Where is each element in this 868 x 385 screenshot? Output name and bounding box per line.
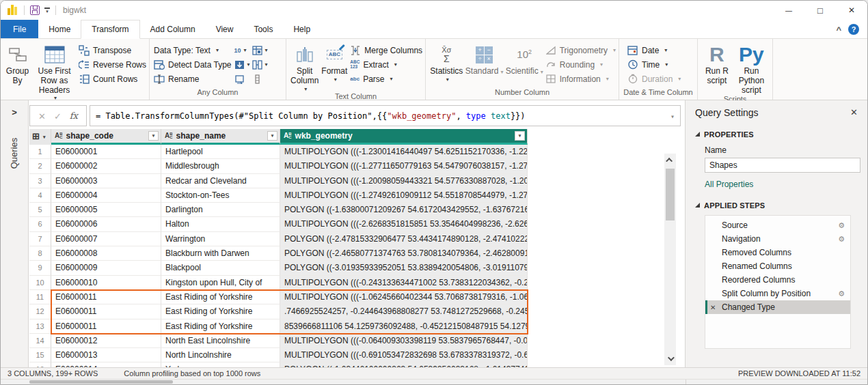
table-row[interactable]: 3 E06000003 Redcar and Cleveland MULTIPO… xyxy=(29,174,528,188)
applied-step[interactable]: Source xyxy=(705,218,850,232)
information-button[interactable]: Information xyxy=(546,72,616,86)
cell-wkb-geometry[interactable]: POLYGON ((-3.01935933952051 53.838942005… xyxy=(280,261,528,275)
run-r-script-button[interactable]: R Run R script xyxy=(703,42,731,86)
cell-shape-code[interactable]: E06000001 xyxy=(51,145,161,159)
data-type-button[interactable]: Data Type: Text xyxy=(154,43,232,57)
unpivot-columns-button[interactable] xyxy=(252,57,270,72)
detect-data-type-button[interactable]: Detect Data Type xyxy=(154,57,232,72)
cell-shape-code[interactable]: E06000002 xyxy=(51,159,161,173)
filter-dropdown-icon[interactable] xyxy=(267,131,277,141)
format-button[interactable]: ABC Format xyxy=(321,42,347,83)
cell-shape-code[interactable]: E06000007 xyxy=(51,232,161,246)
replace-values-button[interactable]: 10 xyxy=(234,43,252,57)
cell-shape-name[interactable]: Warrington xyxy=(161,232,280,246)
applied-step[interactable]: Changed Type xyxy=(705,300,850,314)
cell-shape-name[interactable]: Hartlepool xyxy=(161,145,280,159)
commit-formula-icon[interactable] xyxy=(54,110,62,122)
statistics-button[interactable]: X̄σΣ Statistics xyxy=(430,42,463,83)
scroll-down-icon[interactable] xyxy=(664,354,676,364)
applied-step[interactable]: Renamed Columns xyxy=(705,259,850,273)
split-column-button[interactable]: Split Column xyxy=(290,42,318,92)
cell-shape-name[interactable]: East Riding of Yorkshire xyxy=(161,319,280,334)
applied-step[interactable]: Removed Columns xyxy=(705,246,850,259)
minimize-button[interactable] xyxy=(773,1,804,20)
applied-step[interactable]: Navigation xyxy=(705,232,850,246)
move-button[interactable] xyxy=(234,72,252,86)
date-button[interactable]: Date xyxy=(627,43,681,57)
cell-shape-name[interactable]: North Lincolnshire xyxy=(161,348,280,362)
cell-shape-code[interactable]: E06000009 xyxy=(51,261,161,275)
cell-shape-name[interactable]: Darlington xyxy=(161,203,280,217)
column-header-shape-code[interactable]: ABC shape_code xyxy=(51,129,161,145)
cell-wkb-geometry[interactable]: POLYGON ((-1.03446100000363 54.053935603… xyxy=(280,362,528,367)
gear-icon[interactable] xyxy=(838,220,845,230)
count-rows-button[interactable]: Count Rows xyxy=(79,72,146,86)
parse-button[interactable]: abc Parse xyxy=(350,72,422,86)
ribbon-tab[interactable]: Home xyxy=(38,20,81,38)
cell-wkb-geometry[interactable]: MULTIPOLYGON (((-2.6268351815851 53.3546… xyxy=(280,217,528,231)
scroll-up-icon[interactable] xyxy=(664,155,676,165)
horizontal-scrollbar[interactable] xyxy=(1,379,867,384)
cell-wkb-geometry[interactable]: MULTIPOLYGON (((-0.064009303398119 53.58… xyxy=(280,334,528,348)
scientific-button[interactable]: 102 Scientific xyxy=(506,42,543,76)
cell-shape-code[interactable]: E06000003 xyxy=(51,174,161,188)
column-header-wkb-geometry[interactable]: ABC wkb_geometry xyxy=(280,129,528,145)
time-button[interactable]: Time xyxy=(627,57,681,72)
all-properties-link[interactable]: All Properties xyxy=(705,180,859,189)
cell-shape-code[interactable]: E06000006 xyxy=(51,217,161,231)
vertical-scrollbar[interactable] xyxy=(664,154,676,365)
scrollbar-thumb[interactable] xyxy=(666,169,675,220)
expand-formula-bar-icon[interactable] xyxy=(670,111,675,121)
table-row[interactable]: 1 E06000001 Hartlepool MULTIPOLYGON (((-… xyxy=(29,145,528,159)
cell-shape-code[interactable]: E06000010 xyxy=(51,276,161,290)
cancel-formula-icon[interactable] xyxy=(38,110,46,122)
table-row[interactable]: 2 E06000002 Middlesbrough MULTIPOLYGON (… xyxy=(29,159,528,173)
cell-shape-name[interactable]: Blackburn with Darwen xyxy=(161,246,280,261)
ribbon-tab[interactable]: File xyxy=(1,20,38,38)
applied-step[interactable]: Reordered Columns xyxy=(705,273,850,287)
applied-step[interactable]: Split Column by Position xyxy=(705,287,850,300)
ribbon-tab[interactable]: Transform xyxy=(81,20,139,39)
cell-shape-name[interactable]: Kingston upon Hull, City of xyxy=(161,276,280,290)
table-row[interactable]: 16 E06000014 York POLYGON ((-1.034461000… xyxy=(29,362,528,367)
duration-button[interactable]: Duration xyxy=(627,72,681,86)
standard-button[interactable]: +−÷× Standard xyxy=(466,42,503,76)
cell-shape-name[interactable]: Stockton-on-Tees xyxy=(161,188,280,203)
fill-button[interactable] xyxy=(234,57,252,72)
run-python-script-button[interactable]: Py Run Python script xyxy=(733,42,770,95)
cell-shape-name[interactable]: York xyxy=(161,362,280,367)
table-row[interactable]: 4 E06000004 Stockton-on-Tees MULTIPOLYGO… xyxy=(29,188,528,203)
ribbon-tab[interactable]: View xyxy=(206,20,244,38)
trigonometry-button[interactable]: Trigonometry xyxy=(546,43,616,57)
cell-shape-name[interactable]: Redcar and Cleveland xyxy=(161,174,280,188)
cell-shape-code[interactable]: E06000013 xyxy=(51,348,161,362)
cell-shape-code[interactable]: E06000008 xyxy=(51,246,161,261)
pivot-column-button[interactable] xyxy=(252,43,270,57)
filter-dropdown-icon[interactable] xyxy=(148,131,159,141)
filter-dropdown-icon[interactable] xyxy=(515,131,525,141)
cell-wkb-geometry[interactable]: .7466925524257, -0.244643968808277 53.74… xyxy=(280,304,528,319)
quick-access-toolbar-caret-icon[interactable] xyxy=(44,8,50,12)
column-header-shape-name[interactable]: ABC shape_name xyxy=(161,129,280,145)
table-row[interactable]: 12 E06000011 East Riding of Yorkshire .7… xyxy=(29,304,528,319)
ribbon-tab[interactable]: Help xyxy=(283,20,321,38)
cell-shape-code[interactable]: E06000011 xyxy=(51,304,161,319)
table-row[interactable]: 13 E06000011 East Riding of Yorkshire 85… xyxy=(29,319,528,334)
delete-step-icon[interactable] xyxy=(710,302,716,312)
cell-wkb-geometry[interactable]: MULTIPOLYGON (((-0.243133634471002 53.73… xyxy=(280,276,528,290)
scrollbar-thumb[interactable] xyxy=(29,380,173,384)
table-row[interactable]: 5 E06000005 Darlington POLYGON ((-1.6380… xyxy=(29,203,528,217)
cell-shape-code[interactable]: E06000012 xyxy=(51,334,161,348)
save-icon[interactable] xyxy=(30,5,40,15)
cell-wkb-geometry[interactable]: MULTIPOLYGON (((-1.06245660402344 53.706… xyxy=(280,290,528,304)
reverse-rows-button[interactable]: Reverse Rows xyxy=(79,57,146,72)
cell-shape-name[interactable]: Blackpool xyxy=(161,261,280,275)
cell-shape-name[interactable]: North East Lincolnshire xyxy=(161,334,280,348)
table-row[interactable]: 6 E06000006 Halton MULTIPOLYGON (((-2.62… xyxy=(29,217,528,231)
select-all-corner[interactable] xyxy=(29,129,51,145)
cell-shape-code[interactable]: E06000011 xyxy=(51,319,161,334)
close-button[interactable] xyxy=(836,1,867,20)
gear-icon[interactable] xyxy=(838,289,845,298)
use-first-row-as-headers-button[interactable]: Use First Row as Headers xyxy=(33,42,76,102)
maximize-button[interactable] xyxy=(804,1,836,20)
